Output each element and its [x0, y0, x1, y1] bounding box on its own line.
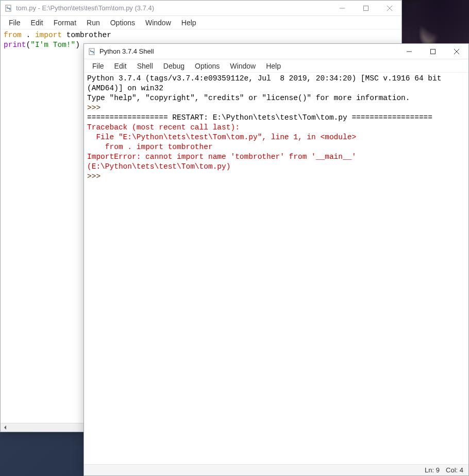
shell-banner-line1: Python 3.7.4 (tags/v3.7.4:e09359112e, Ju… — [87, 74, 446, 92]
python-idle-icon — [5, 4, 13, 12]
shell-status-column: Col: 4 — [446, 466, 463, 474]
shell-titlebar[interactable]: Python 3.7.4 Shell — [84, 44, 468, 59]
shell-menu-help[interactable]: Help — [261, 60, 286, 72]
shell-traceback-file: File "E:\Python\tets\test\Tom\tom.py", l… — [87, 133, 356, 141]
editor-menu-options[interactable]: Options — [105, 17, 140, 28]
shell-window-controls — [397, 44, 468, 59]
editor-menu-help[interactable]: Help — [176, 17, 202, 28]
shell-output-area[interactable]: Python 3.7.4 (tags/v3.7.4:e09359112e, Ju… — [84, 73, 468, 464]
editor-menu-file[interactable]: File — [4, 17, 26, 28]
shell-menu-shell[interactable]: Shell — [132, 60, 158, 72]
shell-maximize-button[interactable] — [421, 44, 445, 59]
shell-window-title: Python 3.7.4 Shell — [99, 47, 154, 55]
editor-menubar: File Edit Format Run Options Window Help — [1, 16, 401, 29]
editor-titlebar[interactable]: tom.py - E:\Python\tets\test\Tom\tom.py … — [1, 1, 401, 16]
editor-minimize-button[interactable] — [330, 1, 354, 15]
shell-menu-file[interactable]: File — [87, 60, 109, 72]
shell-menu-edit[interactable]: Edit — [109, 60, 132, 72]
shell-restart-line: ================== RESTART: E:\Python\te… — [87, 113, 432, 122]
shell-menu-options[interactable]: Options — [190, 60, 225, 72]
code-token-from: from — [4, 31, 22, 39]
editor-maximize-button[interactable] — [354, 1, 378, 15]
python-idle-icon — [88, 47, 96, 56]
shell-menu-window[interactable]: Window — [225, 60, 261, 72]
shell-traceback-header: Traceback (most recent call last): — [87, 123, 240, 132]
editor-close-button[interactable] — [378, 1, 401, 15]
editor-menu-window[interactable]: Window — [140, 17, 176, 28]
code-token-import: import — [35, 31, 62, 39]
svg-rect-2 — [364, 6, 368, 10]
editor-menu-edit[interactable]: Edit — [26, 17, 48, 28]
shell-close-button[interactable] — [445, 44, 468, 59]
shell-menu-debug[interactable]: Debug — [158, 60, 190, 72]
shell-prompt: >>> — [87, 172, 105, 180]
shell-traceback-error: ImportError: cannot import name 'tombrot… — [87, 153, 361, 171]
editor-window-controls — [330, 1, 401, 15]
shell-traceback-line: from . import tombrother — [87, 143, 213, 151]
editor-scroll-left-button[interactable] — [1, 423, 9, 432]
editor-window-title: tom.py - E:\Python\tets\test\Tom\tom.py … — [16, 4, 154, 12]
shell-prompt: >>> — [87, 104, 105, 112]
shell-minimize-button[interactable] — [397, 44, 421, 59]
svg-point-4 — [90, 50, 91, 51]
idle-shell-window: Python 3.7.4 Shell File Edit Shell Debug… — [83, 43, 469, 476]
svg-rect-5 — [431, 49, 435, 54]
code-token-dot: . — [22, 31, 35, 39]
shell-banner-line2: Type "help", "copyright", "credits" or "… — [87, 94, 410, 102]
shell-status-line: Ln: 9 — [425, 466, 440, 474]
code-token-string: "I'm Tom!" — [30, 41, 75, 49]
editor-menu-format[interactable]: Format — [48, 17, 81, 28]
shell-menubar: File Edit Shell Debug Options Window Hel… — [84, 59, 468, 73]
svg-point-1 — [7, 6, 8, 7]
editor-menu-run[interactable]: Run — [81, 17, 105, 28]
shell-output-content: Python 3.7.4 (tags/v3.7.4:e09359112e, Ju… — [84, 73, 468, 183]
code-token-lparen: ( — [26, 41, 31, 49]
code-token-print: print — [4, 41, 26, 49]
code-token-module: tombrother — [62, 31, 111, 39]
code-token-rparen: ) — [75, 41, 80, 49]
shell-statusbar: Ln: 9 Col: 4 — [84, 464, 468, 475]
